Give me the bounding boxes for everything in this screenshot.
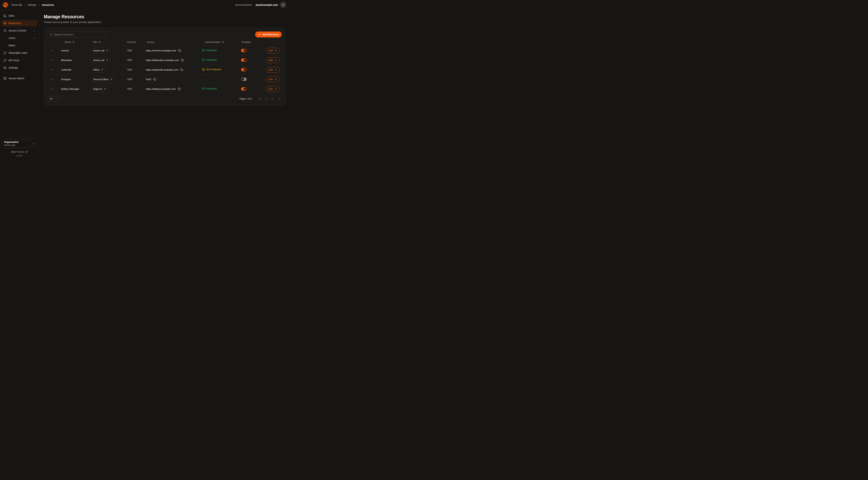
ellipsis-icon [51, 59, 54, 62]
enabled-toggle[interactable] [241, 78, 247, 81]
first-page-button[interactable] [258, 96, 263, 101]
organization-value: Home Lab [4, 144, 19, 146]
last-page-button[interactable] [277, 96, 282, 101]
site-link[interactable]: Office [91, 67, 106, 72]
edit-button[interactable]: Edit [266, 48, 280, 53]
breadcrumb-resources[interactable]: resources [42, 3, 54, 6]
row-actions-button[interactable] [51, 58, 55, 62]
copy-button[interactable] [178, 49, 181, 52]
copy-button[interactable] [180, 68, 184, 71]
enabled-toggle[interactable] [241, 68, 247, 71]
open-source-link[interactable]: Open Source [11, 151, 28, 153]
chevrons-up-down-icon [32, 143, 35, 145]
organization-picker[interactable]: Organization Home Lab [2, 139, 37, 148]
column-header-enabled: Enabled [239, 41, 262, 46]
edit-button[interactable]: Edit [266, 77, 280, 82]
sidebar: Sites Resources Access Control Users [0, 10, 39, 160]
page-size-select[interactable]: 20 [48, 96, 60, 101]
previous-page-button[interactable] [264, 96, 269, 101]
sort-icon [72, 41, 75, 43]
sidebar-item-roles[interactable]: Roles [1, 42, 37, 49]
copy-button[interactable] [153, 78, 157, 81]
column-header-site[interactable]: Site [89, 41, 125, 46]
copy-button[interactable] [181, 58, 184, 62]
resource-access-url: https://battery.example.com [146, 88, 176, 90]
add-resource-button[interactable]: Add Resource [255, 31, 282, 37]
chevrons-left-icon [259, 97, 261, 100]
user-menu-button[interactable]: joe@example.com J [256, 2, 286, 8]
column-header-authentication[interactable]: Authentication [199, 41, 239, 46]
resources-icon [3, 22, 6, 25]
enabled-toggle[interactable] [241, 49, 247, 52]
arrow-right-icon [274, 59, 277, 61]
chevron-down-icon [56, 97, 58, 100]
copy-button[interactable] [178, 87, 181, 91]
arrow-right-icon [274, 68, 277, 71]
auth-status: Protected [202, 58, 217, 61]
resource-name: Postgres [58, 74, 89, 84]
arrow-right-icon [274, 78, 277, 81]
chevron-down-icon [33, 30, 35, 32]
table-row: Bitwarden Home Lab TCP https://bitwarden… [48, 55, 282, 65]
breadcrumb-org[interactable]: home-lab [11, 3, 22, 6]
pangolin-logo-icon[interactable] [2, 1, 9, 8]
sidebar-item-resources[interactable]: Resources [1, 20, 37, 26]
chevron-right-icon [24, 4, 26, 6]
sidebar-item-shareable-links[interactable]: Shareable Links [1, 50, 37, 56]
sidebar-item-label: API Keys [8, 59, 19, 62]
breadcrumb-settings[interactable]: settings [28, 3, 36, 6]
edit-button[interactable]: Edit [266, 67, 280, 72]
row-actions-button[interactable] [51, 67, 55, 72]
next-page-button[interactable] [271, 96, 275, 101]
enabled-toggle[interactable] [241, 87, 247, 90]
shield-check-icon [202, 58, 205, 61]
plus-icon [258, 33, 261, 36]
resources-table: Name Site Protocol Access Authentication… [48, 41, 282, 94]
documentation-link[interactable]: Documentation [235, 3, 252, 6]
resource-access-port: 5432 [146, 78, 151, 81]
pagination: Page 1 of 1 [240, 96, 282, 101]
site-link[interactable]: Second Office [91, 77, 115, 82]
ellipsis-icon [51, 87, 54, 90]
resource-protocol: TCP [125, 55, 143, 65]
sidebar-item-label: Roles [8, 44, 15, 47]
row-actions-button[interactable] [51, 48, 55, 53]
users-icon [3, 29, 6, 32]
edit-button[interactable]: Edit [266, 57, 280, 63]
resource-name: Battery Manager [58, 84, 89, 94]
auth-status: Protected [202, 49, 217, 52]
copy-icon [180, 68, 183, 71]
resource-protocol: TCP [125, 84, 143, 94]
edit-button[interactable]: Edit [266, 86, 280, 92]
shield-off-icon [202, 68, 205, 71]
search-icon [50, 33, 53, 36]
sidebar-item-settings[interactable]: Settings [1, 65, 37, 71]
row-actions-button[interactable] [51, 77, 55, 82]
main-content: Manage Resources Create secure proxies t… [39, 10, 289, 160]
site-link[interactable]: Edge 01 [91, 86, 108, 92]
site-link[interactable]: Home Lab [91, 57, 111, 63]
sidebar-item-api-keys[interactable]: API Keys [1, 57, 37, 63]
ellipsis-icon [51, 78, 54, 81]
sidebar-item-users[interactable]: Users [1, 35, 37, 41]
user-email: joe@example.com [256, 3, 278, 6]
table-row: Battery Manager Edge 01 TCP https://batt… [48, 84, 282, 94]
row-actions-button[interactable] [51, 87, 55, 91]
column-header-name[interactable]: Name [58, 41, 89, 46]
search-box [48, 31, 108, 37]
search-input[interactable] [54, 33, 105, 36]
shield-check-icon [202, 87, 205, 90]
column-header-edit [262, 41, 282, 46]
site-link[interactable]: Home Lab [91, 48, 111, 53]
enabled-toggle[interactable] [241, 58, 247, 62]
sidebar-item-access-control[interactable]: Access Control [1, 28, 37, 34]
sidebar-item-server-admin[interactable]: Server Admin [1, 75, 37, 82]
organization-label: Organization [4, 141, 19, 143]
arrow-up-right-icon [106, 59, 108, 61]
sidebar-item-sites[interactable]: Sites [1, 13, 37, 19]
key-icon [3, 59, 6, 62]
resource-name: Bitwarden [58, 55, 89, 65]
arrow-up-right-icon [104, 88, 106, 90]
copy-icon [178, 49, 181, 52]
resources-card: Add Resource Name Site [44, 28, 285, 106]
